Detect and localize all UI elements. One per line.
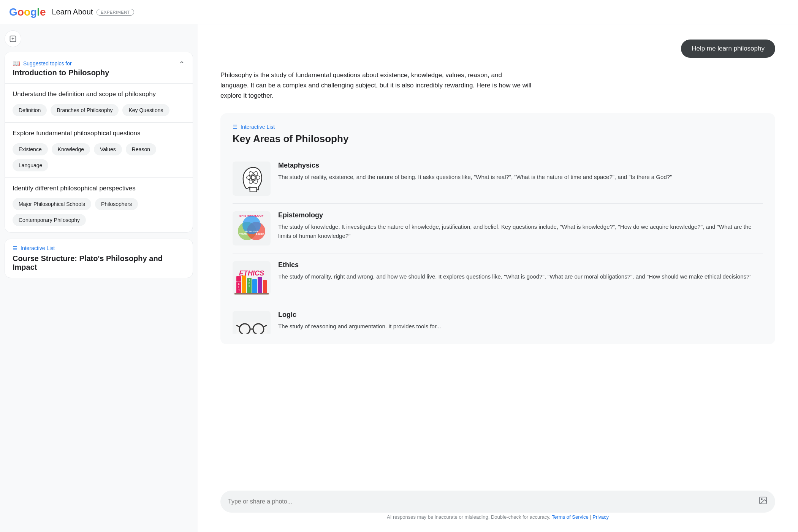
logic-title: Logic [278,311,763,319]
svg-rect-16 [236,276,241,282]
preview-card: ☰ Interactive List Course Structure: Pla… [5,239,193,278]
metaphysics-desc: The study of reality, existence, and the… [278,173,763,182]
svg-text:ETHICS: ETHICS [239,269,264,277]
header-title: Learn About [52,8,93,16]
suggested-header: 📖 Suggested topics for Introduction to P… [5,52,193,83]
ethics-title: Ethics [278,261,763,269]
suggested-title: Introduction to Philosophy [13,68,109,77]
section-title-2: Explore fundamental philosophical questi… [13,129,185,138]
svg-rect-20 [242,280,246,293]
new-chat-button[interactable] [5,30,21,47]
chip-language[interactable]: Language [13,159,48,171]
help-btn-container: Help me learn philosophy [220,40,775,58]
metaphysics-image [233,162,271,196]
svg-rect-25 [263,280,267,293]
ethics-content: Ethics The study of morality, right and … [278,261,763,281]
svg-text:BELIEF: BELIEF [256,233,264,235]
list-icon-preview: ☰ [13,245,17,251]
logic-content: Logic The study of reasoning and argumen… [278,311,763,331]
philosophy-item-metaphysics[interactable]: Metaphysics The study of reality, existe… [233,154,763,204]
epistemology-image: EPISTEMOLOGY TRUTH KNOWLEDGE BELIEF [233,211,271,245]
chat-input[interactable] [228,498,754,505]
suggested-label: 📖 Suggested topics for [13,60,109,67]
main-layout: 📖 Suggested topics for Introduction to P… [0,24,798,532]
svg-text:C: C [249,282,250,284]
footer-privacy-link[interactable]: Privacy [592,514,609,520]
svg-point-4 [251,176,255,180]
epistemology-content: Epistemology The study of knowledge. It … [278,211,763,241]
chip-philosophers[interactable]: Philosophers [95,198,138,210]
svg-text:H: H [238,288,239,291]
chip-values[interactable]: Values [94,143,122,155]
svg-text:E: E [238,282,240,285]
suggested-header-left: 📖 Suggested topics for Introduction to P… [13,60,109,77]
left-panel: 📖 Suggested topics for Introduction to P… [0,24,198,532]
topic-section-definition: Understand the definition and scope of p… [5,83,193,122]
svg-rect-24 [258,277,262,293]
intro-text: Philosophy is the study of fundamental q… [220,70,532,101]
svg-rect-3 [250,188,257,192]
epistemology-desc: The study of knowledge. It investigates … [278,222,763,241]
topic-section-questions: Explore fundamental philosophical questi… [5,122,193,177]
chip-contemporary[interactable]: Contemporary Philosophy [13,214,86,226]
chevron-up-icon[interactable]: ⌃ [179,60,185,69]
interactive-list-label-preview: ☰ Interactive List [13,245,185,251]
logic-desc: The study of reasoning and argumentation… [278,322,763,331]
chip-existence[interactable]: Existence [13,143,48,155]
metaphysics-title: Metaphysics [278,162,763,169]
footer-tos-link[interactable]: Terms of Service [552,514,589,520]
content-area: Help me learn philosophy Philosophy is t… [198,24,798,484]
chip-key-questions[interactable]: Key Questions [122,104,169,116]
content-card-header: ☰ Interactive List [233,124,763,130]
svg-text:TRUTH: TRUTH [239,233,247,235]
svg-rect-30 [234,293,269,294]
chip-branches[interactable]: Branches of Philosophy [51,104,119,116]
footer-disclaimer: AI responses may be inaccurate or mislea… [220,513,775,523]
ethics-image: E T H I C S [233,261,271,295]
book-icon: 📖 [13,60,20,67]
input-area: AI responses may be inaccurate or mislea… [198,484,798,532]
suggested-topics-card: 📖 Suggested topics for Introduction to P… [5,52,193,233]
help-button[interactable]: Help me learn philosophy [681,40,775,58]
list-icon-main: ☰ [233,124,238,130]
section-title-3: Identify different philosophical perspec… [13,184,185,193]
google-logo: Google [9,6,46,18]
svg-rect-23 [252,279,257,293]
ethics-desc: The study of morality, right and wrong, … [278,272,763,281]
svg-text:KNOWLEDGE: KNOWLEDGE [245,230,259,233]
epistemology-title: Epistemology [278,211,763,219]
chip-reason[interactable]: Reason [126,143,156,155]
chip-major-schools[interactable]: Major Philosophical Schools [13,198,91,210]
image-upload-icon[interactable] [758,496,768,507]
chips-container-1: Definition Branches of Philosophy Key Qu… [13,104,185,116]
philosophy-item-ethics[interactable]: E T H I C S [233,253,763,303]
content-card: ☰ Interactive List Key Areas of Philosop… [220,113,775,344]
input-container [220,491,775,513]
metaphysics-content: Metaphysics The study of reality, existe… [278,162,763,182]
preview-card-title: Course Structure: Plato's Philosophy and… [13,254,185,272]
logic-image [233,311,271,334]
chip-definition[interactable]: Definition [13,104,47,116]
chips-container-3: Major Philosophical Schools Philosophers… [13,198,185,226]
svg-point-40 [761,499,762,500]
header: Google Learn About EXPERIMENT [0,0,798,24]
section-title-1: Understand the definition and scope of p… [13,90,185,99]
philosophy-item-epistemology[interactable]: EPISTEMOLOGY TRUTH KNOWLEDGE BELIEF [233,204,763,253]
chips-container-2: Existence Knowledge Values Reason Langua… [13,143,185,171]
right-panel: Help me learn philosophy Philosophy is t… [198,24,798,532]
philosophy-item-logic[interactable]: Logic The study of reasoning and argumen… [233,303,763,334]
topic-section-perspectives: Identify different philosophical perspec… [5,177,193,233]
experiment-badge: EXPERIMENT [97,9,134,16]
svg-text:T: T [238,285,240,288]
svg-text:S: S [249,285,250,287]
chip-knowledge[interactable]: Knowledge [52,143,90,155]
content-card-title: Key Areas of Philosophy [233,133,763,145]
